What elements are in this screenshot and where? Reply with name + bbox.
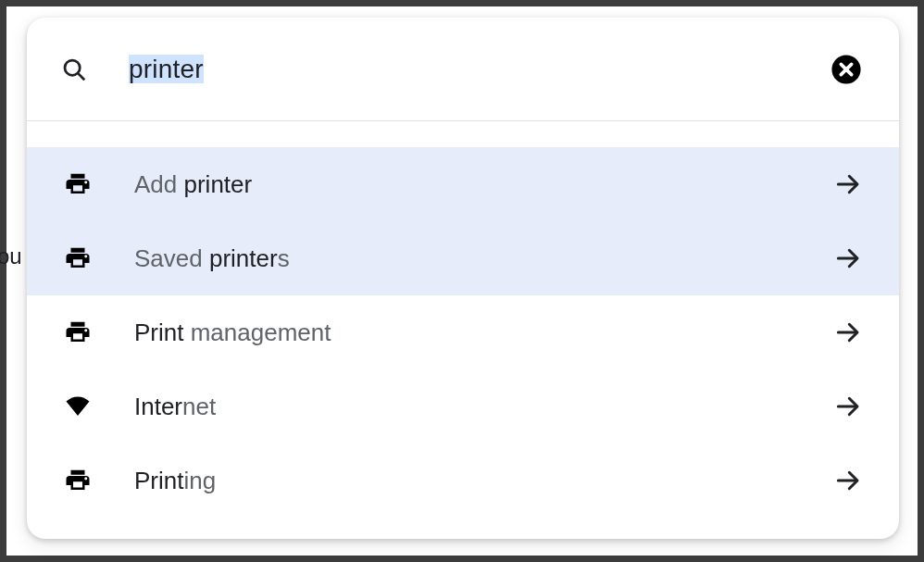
arrow-right-icon: [834, 170, 862, 198]
search-result-label: Print management: [134, 318, 834, 347]
svg-point-0: [65, 60, 80, 75]
search-row: printer: [27, 18, 899, 121]
search-result-label: Saved printers: [134, 244, 834, 273]
search-results: Add printerSaved printersPrint managemen…: [27, 147, 899, 518]
arrow-right-icon: [834, 318, 862, 346]
search-result-item[interactable]: Add printer: [27, 147, 899, 221]
search-result-item[interactable]: Printing: [27, 443, 899, 518]
search-result-item[interactable]: Internet: [27, 369, 899, 443]
search-icon: [60, 56, 88, 83]
print-icon: [64, 170, 92, 198]
print-icon: [64, 244, 92, 272]
arrow-right-icon: [834, 244, 862, 272]
arrow-right-icon: [834, 467, 862, 494]
search-input[interactable]: printer: [129, 55, 790, 84]
search-result-label: Printing: [134, 467, 834, 495]
search-dropdown-card: printer Add printerSaved printersPrint m…: [27, 18, 899, 539]
search-result-label: Internet: [134, 393, 834, 421]
search-result-item[interactable]: Saved printers: [27, 221, 899, 295]
background-text: ou: [0, 244, 22, 269]
close-circle-icon: [830, 54, 862, 85]
spacer: [27, 121, 899, 147]
print-icon: [64, 467, 92, 494]
svg-line-1: [78, 73, 84, 80]
wifi-icon: [64, 393, 92, 420]
print-icon: [64, 318, 92, 346]
search-result-item[interactable]: Print management: [27, 295, 899, 369]
clear-search-button[interactable]: [830, 54, 862, 85]
arrow-right-icon: [834, 393, 862, 420]
search-result-label: Add printer: [134, 170, 834, 199]
